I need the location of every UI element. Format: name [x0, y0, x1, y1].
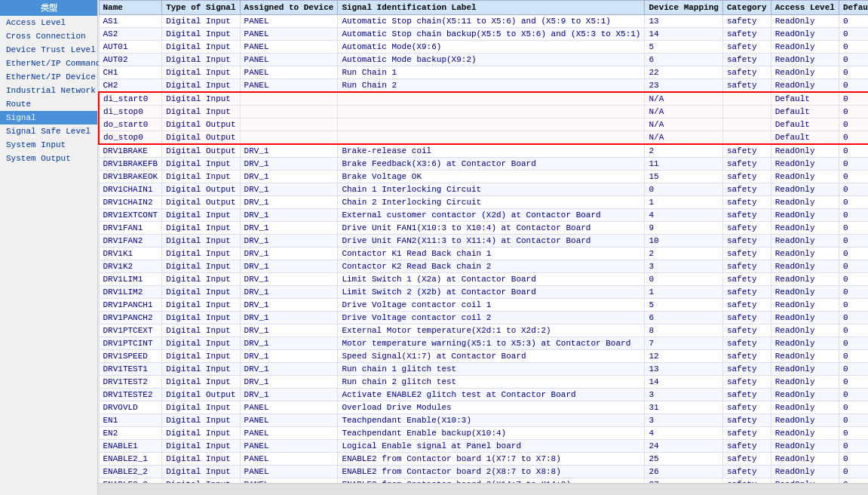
- horizontal-scrollbar[interactable]: [98, 483, 868, 495]
- col-header-name[interactable]: Name: [99, 1, 162, 15]
- cell-category: safety: [722, 260, 771, 273]
- table-body: AS1Digital InputPANELAutomatic Stop chai…: [99, 15, 868, 484]
- col-header-default[interactable]: Default: [839, 1, 868, 15]
- sidebar-item-industrial-net[interactable]: Industrial Network: [0, 84, 97, 97]
- col-header-category[interactable]: Category: [722, 1, 771, 15]
- cell-type: Digital Input: [162, 260, 240, 273]
- cell-default: 0: [839, 337, 868, 350]
- table-row[interactable]: ENABLE2_2Digital InputPANELENABLE2 from …: [99, 466, 868, 478]
- cell-signal_id: [338, 106, 645, 118]
- cell-category: safety: [722, 183, 771, 196]
- sidebar-item-cross-connection[interactable]: Cross Connection: [0, 29, 97, 43]
- cell-type: Digital Input: [162, 106, 240, 118]
- cell-signal_id: Contactor K2 Read Back chain 2: [338, 260, 645, 273]
- cell-default: 0: [839, 131, 868, 145]
- cell-access: ReadOnly: [771, 337, 839, 350]
- cell-signal_id: Overload Drive Modules: [338, 401, 645, 414]
- cell-type: Digital Input: [162, 247, 240, 260]
- cell-default: 0: [839, 79, 868, 93]
- table-row[interactable]: ENABLE2_1Digital InputPANELENABLE2 from …: [99, 453, 868, 466]
- table-row[interactable]: ENABLE2_3Digital InputPANELENABLE2 from …: [99, 478, 868, 484]
- table-row[interactable]: di_start0Digital InputN/ADefault0: [99, 92, 868, 106]
- table-row[interactable]: DRV1SPEEDDigital InputDRV_1Speed Signal(…: [99, 350, 868, 363]
- cell-name: AS1: [99, 15, 162, 28]
- table-row[interactable]: AUT01Digital InputPANELAutomatic Mode(X9…: [99, 41, 868, 54]
- cell-default: 0: [839, 376, 868, 389]
- table-row[interactable]: DRV1TEST2Digital InputDRV_1Run chain 2 g…: [99, 376, 868, 389]
- cell-device_map: 3: [645, 260, 722, 273]
- cell-type: Digital Input: [162, 222, 240, 235]
- table-row[interactable]: AUT02Digital InputPANELAutomatic Mode ba…: [99, 54, 868, 66]
- cell-default: 0: [839, 222, 868, 235]
- table-row[interactable]: DRV1LIM1Digital InputDRV_1Limit Switch 1…: [99, 273, 868, 286]
- cell-device_map: 13: [645, 15, 722, 28]
- table-row[interactable]: DRV1TEST1Digital InputDRV_1Run chain 1 g…: [99, 363, 868, 376]
- cell-name: DRV1FAN2: [99, 235, 162, 247]
- sidebar-item-ethernet-device[interactable]: EtherNet/IP Device: [0, 70, 97, 84]
- sidebar-item-signal-safe[interactable]: Signal Safe Level: [0, 125, 97, 138]
- sidebar-item-signal[interactable]: Signal: [0, 111, 97, 125]
- col-header-type[interactable]: Type of Signal: [162, 1, 240, 15]
- col-header-assigned[interactable]: Assigned to Device: [240, 1, 338, 15]
- cell-category: safety: [722, 171, 771, 183]
- col-header-signal_id[interactable]: Signal Identification Label: [338, 1, 645, 15]
- cell-access: ReadOnly: [771, 286, 839, 299]
- table-wrapper[interactable]: NameType of SignalAssigned to DeviceSign…: [98, 0, 868, 483]
- table-row[interactable]: DRV1BRAKEOKDigital InputDRV_1Brake Volta…: [99, 171, 868, 183]
- cell-category: [722, 131, 771, 145]
- cell-category: safety: [722, 209, 771, 222]
- table-row[interactable]: EN1Digital InputPANELTeachpendant Enable…: [99, 414, 868, 427]
- cell-assigned: DRV_1: [240, 209, 338, 222]
- cell-access: ReadOnly: [771, 453, 839, 466]
- table-row[interactable]: DRV1FAN2Digital InputDRV_1Drive Unit FAN…: [99, 235, 868, 247]
- sidebar-item-system-output[interactable]: System Output: [0, 152, 97, 165]
- table-row[interactable]: DRV1K2Digital InputDRV_1Contactor K2 Rea…: [99, 260, 868, 273]
- table-row[interactable]: DRV1PTCINTDigital InputDRV_1Motor temper…: [99, 337, 868, 350]
- cell-device_map: 6: [645, 54, 722, 66]
- table-row[interactable]: CH2Digital InputPANELRun Chain 223safety…: [99, 79, 868, 93]
- table-row[interactable]: DRV1BRAKEDigital OutputDRV_1Brake-releas…: [99, 144, 868, 158]
- table-row[interactable]: EN2Digital InputPANELTeachpendant Enable…: [99, 427, 868, 440]
- table-row[interactable]: DRV1PANCH2Digital InputDRV_1Drive Voltag…: [99, 312, 868, 324]
- cell-type: Digital Input: [162, 171, 240, 183]
- cell-default: 0: [839, 453, 868, 466]
- cell-device_map: 2: [645, 144, 722, 158]
- sidebar-item-ethernet-command[interactable]: EtherNet/IP Command: [0, 57, 97, 70]
- table-row[interactable]: DRV1EXTCONTDigital InputDRV_1External cu…: [99, 209, 868, 222]
- table-row[interactable]: do_stop0Digital OutputN/ADefault0: [99, 131, 868, 145]
- cell-name: do_stop0: [99, 131, 162, 145]
- cell-default: 0: [839, 324, 868, 337]
- table-row[interactable]: di_stop0Digital InputN/ADefault0: [99, 106, 868, 118]
- cell-device_map: 2: [645, 247, 722, 260]
- main-content: NameType of SignalAssigned to DeviceSign…: [98, 0, 868, 495]
- cell-assigned: DRV_1: [240, 286, 338, 299]
- table-row[interactable]: DRV1K1Digital InputDRV_1Contactor K1 Rea…: [99, 247, 868, 260]
- table-row[interactable]: DRV1FAN1Digital InputDRV_1Drive Unit FAN…: [99, 222, 868, 235]
- table-row[interactable]: DRV1PANCH1Digital InputDRV_1Drive Voltag…: [99, 299, 868, 312]
- cell-assigned: DRV_1: [240, 235, 338, 247]
- table-row[interactable]: AS1Digital InputPANELAutomatic Stop chai…: [99, 15, 868, 28]
- table-row[interactable]: DRV1LIM2Digital InputDRV_1Limit Switch 2…: [99, 286, 868, 299]
- cell-type: Digital Output: [162, 196, 240, 209]
- table-row[interactable]: DRVOVLDDigital InputPANELOverload Drive …: [99, 401, 868, 414]
- table-row[interactable]: DRV1PTCEXTDigital InputDRV_1External Mot…: [99, 324, 868, 337]
- col-header-access[interactable]: Access Level: [771, 1, 839, 15]
- table-row[interactable]: DRV1CHAIN2Digital OutputDRV_1Chain 2 Int…: [99, 196, 868, 209]
- sidebar-item-device-trust[interactable]: Device Trust Level: [0, 43, 97, 57]
- cell-access: ReadOnly: [771, 41, 839, 54]
- table-row[interactable]: DRV1BRAKEFBDigital InputDRV_1Brake Feedb…: [99, 158, 868, 171]
- cell-type: Digital Output: [162, 131, 240, 145]
- table-row[interactable]: ENABLE1Digital InputPANELLogical Enable …: [99, 440, 868, 453]
- table-row[interactable]: DRV1TESTE2Digital OutputDRV_1Activate EN…: [99, 389, 868, 401]
- cell-device_map: 5: [645, 41, 722, 54]
- cell-type: Digital Input: [162, 453, 240, 466]
- sidebar-item-system-input[interactable]: System Input: [0, 138, 97, 152]
- table-row[interactable]: DRV1CHAIN1Digital OutputDRV_1Chain 1 Int…: [99, 183, 868, 196]
- table-row[interactable]: do_start0Digital OutputN/ADefault0: [99, 118, 868, 131]
- sidebar-item-access-level[interactable]: Access Level: [0, 16, 97, 29]
- cell-assigned: PANEL: [240, 66, 338, 79]
- sidebar-item-route[interactable]: Route: [0, 97, 97, 111]
- table-row[interactable]: AS2Digital InputPANELAutomatic Stop chai…: [99, 28, 868, 41]
- table-row[interactable]: CH1Digital InputPANELRun Chain 122safety…: [99, 66, 868, 79]
- col-header-device_map[interactable]: Device Mapping: [645, 1, 722, 15]
